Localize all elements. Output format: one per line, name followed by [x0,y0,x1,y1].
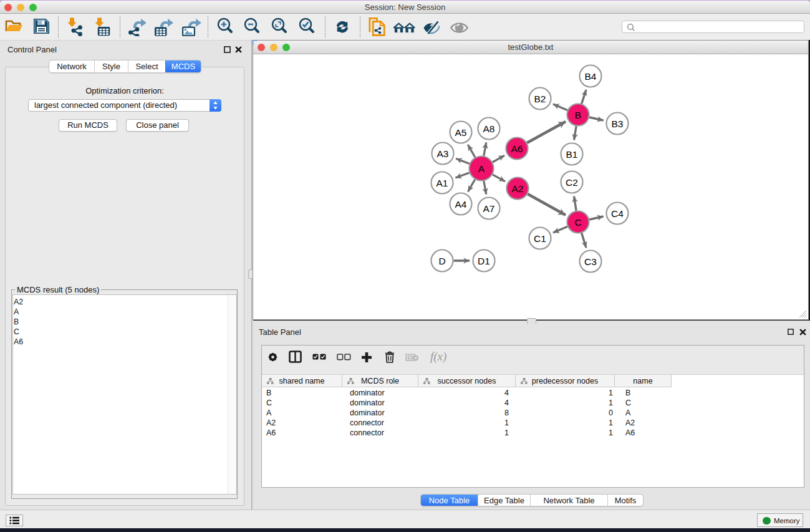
svg-text:B3: B3 [612,118,624,129]
svg-text:A1: A1 [436,178,448,188]
svg-text:B2: B2 [534,94,546,104]
svg-text:A5: A5 [455,127,467,138]
svg-text:C: C [574,217,581,228]
svg-text:A4: A4 [455,199,467,210]
svg-text:A8: A8 [483,123,495,134]
svg-text:A2: A2 [512,183,524,194]
svg-text:A: A [478,163,485,174]
svg-text:A3: A3 [437,148,449,159]
svg-text:B: B [575,110,581,120]
svg-text:B4: B4 [585,71,597,82]
svg-text:D: D [438,256,445,266]
svg-text:C3: C3 [584,256,597,267]
svg-text:B1: B1 [566,149,578,160]
svg-text:C4: C4 [611,208,624,219]
svg-text:A6: A6 [511,143,523,154]
svg-text:C2: C2 [566,177,578,188]
svg-text:C1: C1 [534,233,546,244]
svg-text:A7: A7 [483,203,495,214]
svg-text:D1: D1 [478,256,490,266]
